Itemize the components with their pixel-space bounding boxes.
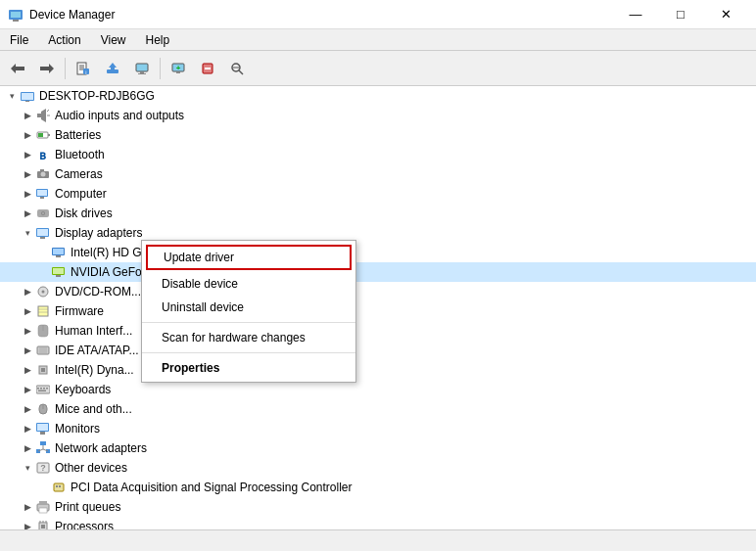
svg-rect-70 xyxy=(46,388,48,390)
tree-item-pci-data[interactable]: ▶ PCI Data Acquisition and Signal Proces… xyxy=(0,478,756,497)
expand-icon-mice: ▶ xyxy=(20,401,35,417)
keyboards-label: Keyboards xyxy=(55,383,111,396)
ctx-update-driver[interactable]: Update driver xyxy=(148,247,350,268)
svg-rect-33 xyxy=(38,133,43,137)
tree-item-printqueues[interactable]: ▶ Print queues xyxy=(0,497,756,517)
keyboard-icon xyxy=(35,382,51,397)
pci-label: PCI Data Acquisition and Signal Processi… xyxy=(71,481,352,494)
monitor-button[interactable] xyxy=(128,55,156,82)
tree-item-batteries[interactable]: ▶ Batteries xyxy=(0,125,756,145)
tree-root[interactable]: ▾ DESKTOP-RDJB6GG xyxy=(0,86,756,106)
tree-item-bluetooth[interactable]: ▶ ʙ Bluetooth xyxy=(0,145,756,164)
svg-rect-1 xyxy=(11,12,21,18)
app-icon xyxy=(8,7,24,23)
ctx-disable-device[interactable]: Disable device xyxy=(142,272,355,296)
svg-rect-2 xyxy=(13,20,19,22)
displayadapters-label: Display adapters xyxy=(55,226,142,240)
menu-view[interactable]: View xyxy=(91,29,136,50)
menu-action[interactable]: Action xyxy=(38,29,90,50)
pci-icon xyxy=(51,480,67,495)
maximize-button[interactable]: □ xyxy=(658,0,703,29)
title-bar-left: Device Manager xyxy=(8,7,115,23)
svg-rect-65 xyxy=(41,368,45,372)
toolbar-separator-1 xyxy=(65,58,66,79)
menu-file[interactable]: File xyxy=(0,29,38,50)
svg-rect-66 xyxy=(36,386,50,393)
scan-button[interactable] xyxy=(223,55,251,82)
ctx-separator-2 xyxy=(142,352,355,353)
ide-icon xyxy=(35,343,51,358)
tree-item-ide[interactable]: ▶ IDE ATA/ATAP... xyxy=(0,341,756,360)
tree-item-intel-graphics[interactable]: ▶ Intel(R) HD Graphics 520 xyxy=(0,243,756,262)
otherdevices-label: Other devices xyxy=(55,461,127,475)
ctx-properties[interactable]: Properties xyxy=(142,356,355,380)
disk-icon xyxy=(35,206,51,221)
svg-point-54 xyxy=(42,291,45,294)
close-button[interactable]: ✕ xyxy=(703,0,748,29)
bluetooth-label: Bluetooth xyxy=(55,148,105,161)
properties-button[interactable]: i xyxy=(70,55,97,82)
ctx-scan-label: Scan for hardware changes xyxy=(162,331,306,344)
tree-item-cameras[interactable]: ▶ Cameras xyxy=(0,164,756,184)
expand-icon-other: ▾ xyxy=(20,460,35,476)
tree-item-humaninterf[interactable]: ▶ Human Interf... xyxy=(0,321,756,341)
svg-rect-69 xyxy=(43,388,45,390)
minimize-button[interactable]: — xyxy=(613,0,658,29)
cpu-icon xyxy=(35,519,51,529)
svg-rect-55 xyxy=(38,306,48,316)
tree-item-intel-dynamic[interactable]: ▶ Intel(R) Dyna... xyxy=(0,360,756,380)
ctx-properties-label: Properties xyxy=(162,361,219,375)
tree-item-monitors[interactable]: ▶ Monitors xyxy=(0,419,756,438)
expand-icon-diskdrives: ▶ xyxy=(20,206,35,221)
tree-item-audio[interactable]: ▶ Audio inputs and outputs xyxy=(0,106,756,125)
camera-icon xyxy=(35,166,51,182)
ctx-update-driver-label: Update driver xyxy=(164,251,234,264)
diskdrives-label: Disk drives xyxy=(55,207,113,220)
expand-icon-bluetooth: ▶ xyxy=(20,147,35,162)
expand-icon-humaninterf: ▶ xyxy=(20,323,35,339)
tree-item-keyboards[interactable]: ▶ Keyboards xyxy=(0,380,756,399)
back-button[interactable] xyxy=(4,55,31,82)
tree-item-computer[interactable]: ▶ Computer xyxy=(0,184,756,204)
add-icon: + xyxy=(171,62,185,75)
ctx-uninstall-device[interactable]: Uninstall device xyxy=(142,296,355,319)
tree-item-otherdevices[interactable]: ▾ ? Other devices xyxy=(0,458,756,478)
tree-item-displayadapters[interactable]: ▾ Display adapters xyxy=(0,223,756,243)
hid-icon xyxy=(35,323,51,339)
tree-panel[interactable]: ▾ DESKTOP-RDJB6GG ▶ Audio inputs and out… xyxy=(0,86,756,529)
menu-bar: File Action View Help xyxy=(0,29,756,51)
svg-marker-4 xyxy=(40,64,54,73)
tree-item-networkadapters[interactable]: ▶ Network adapters xyxy=(0,438,756,458)
svg-text:+: + xyxy=(176,64,181,72)
tree-item-firmware[interactable]: ▶ Firmware xyxy=(0,301,756,321)
ctx-scan-hardware[interactable]: Scan for hardware changes xyxy=(142,326,355,349)
tree-item-dvd[interactable]: ▶ DVD/CD-ROM... xyxy=(0,282,756,301)
properties-icon: i xyxy=(76,62,90,75)
ctx-uninstall-label: Uninstall device xyxy=(162,300,244,314)
svg-rect-18 xyxy=(176,71,180,73)
svg-rect-71 xyxy=(38,390,46,392)
remove-button[interactable] xyxy=(194,55,221,82)
svg-rect-52 xyxy=(56,275,61,277)
monitors-icon xyxy=(35,421,51,436)
forward-button[interactable] xyxy=(33,55,61,82)
window-title: Device Manager xyxy=(29,8,115,22)
tree-item-nvidia[interactable]: ▶ NVIDIA GeForce 940M xyxy=(0,262,756,282)
scan-icon xyxy=(230,62,244,75)
tree-item-diskdrives[interactable]: ▶ Disk drives xyxy=(0,204,756,223)
computer-sm-icon xyxy=(35,186,51,202)
svg-rect-49 xyxy=(56,255,61,257)
update-driver-button[interactable] xyxy=(99,55,126,82)
ide-label: IDE ATA/ATAP... xyxy=(55,344,139,357)
firmware-label: Firmware xyxy=(55,304,104,318)
tree-item-processors[interactable]: ▶ Processors xyxy=(0,517,756,529)
main-area: ▾ DESKTOP-RDJB6GG ▶ Audio inputs and out… xyxy=(0,86,756,529)
svg-rect-86 xyxy=(56,485,58,487)
expand-icon-dvd: ▶ xyxy=(20,284,35,299)
tree-item-mice[interactable]: ▶ Mice and oth... xyxy=(0,399,756,419)
expand-icon-root: ▾ xyxy=(4,88,20,104)
svg-marker-28 xyxy=(41,109,46,122)
menu-help[interactable]: Help xyxy=(136,29,180,50)
svg-rect-48 xyxy=(53,249,64,254)
add-button[interactable]: + xyxy=(165,55,192,82)
